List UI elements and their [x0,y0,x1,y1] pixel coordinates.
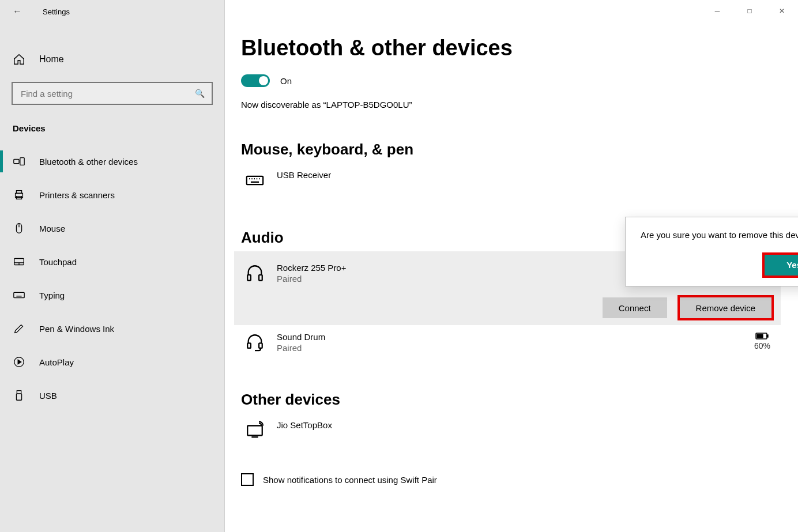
nav-typing[interactable]: Typing [0,278,224,312]
device-actions: Connect Remove device [234,290,781,325]
nav-bluetooth-devices[interactable]: Bluetooth & other devices [0,145,224,178]
svg-rect-28 [247,275,251,281]
device-name: Sound Drum [277,332,325,342]
nav-touchpad[interactable]: Touchpad [0,245,224,278]
nav-home[interactable]: Home [0,43,224,76]
search-icon: 🔍 [195,89,205,98]
nav-item-label: Pen & Windows Ink [39,324,114,334]
connect-button[interactable]: Connect [603,297,667,318]
swift-pair-label: Show notifications to connect using Swif… [263,475,437,485]
settopbox-icon [244,420,265,441]
svg-rect-29 [259,275,262,281]
nav-item-label: USB [39,391,57,401]
nav-usb[interactable]: USB [0,379,224,412]
swift-pair-checkbox[interactable] [241,473,254,486]
device-name: Rockerz 255 Pro+ [277,263,346,273]
remove-device-button[interactable]: Remove device [680,297,771,318]
page-title: Bluetooth & other devices [241,36,798,61]
nav-item-label: Touchpad [39,257,77,267]
swift-pair-row: Show notifications to connect using Swif… [241,473,798,486]
svg-marker-18 [18,360,21,364]
bluetooth-devices-icon [13,155,25,168]
device-usb-receiver[interactable]: USB Receiver [225,163,798,198]
home-icon [13,53,25,66]
section-other-title: Other devices [241,391,798,409]
popup-message: Are you sure you want to remove this dev… [641,229,798,242]
keyboard-device-icon [244,170,265,191]
svg-rect-10 [14,292,24,297]
nav-list: Bluetooth & other devices Printers & sca… [0,145,224,412]
close-button[interactable]: ✕ [766,0,798,22]
svg-rect-31 [259,343,262,348]
nav-item-label: Bluetooth & other devices [39,157,138,167]
device-battery: 60% [754,332,770,350]
search-input[interactable] [20,88,186,99]
section-mouse-title: Mouse, keyboard, & pen [241,141,798,159]
minimize-button[interactable]: ─ [701,0,733,22]
window-controls: ─ □ ✕ [701,0,798,22]
device-status: Paired [277,343,325,353]
titlebar: ← Settings [0,0,224,23]
battery-percent: 60% [754,341,770,350]
svg-rect-1 [20,158,24,165]
device-settopbox[interactable]: Jio SetTopBox [225,413,798,448]
nav-item-label: Printers & scanners [39,190,115,200]
nav-home-label: Home [39,54,64,65]
bluetooth-toggle-row: On [241,74,798,87]
nav-mouse[interactable]: Mouse [0,212,224,245]
autoplay-icon [13,356,25,368]
nav-pen-ink[interactable]: Pen & Windows Ink [0,312,224,345]
usb-icon [13,389,25,402]
maximize-button[interactable]: □ [733,0,766,22]
category-label: Devices [13,123,224,133]
svg-rect-19 [17,391,21,394]
svg-rect-34 [757,334,763,338]
device-name: USB Receiver [277,170,331,180]
back-arrow-icon[interactable]: ← [13,6,22,17]
discoverable-text: Now discoverable as “LAPTOP-B5DGO0LU” [241,100,798,110]
svg-rect-35 [247,426,262,436]
device-sound-drum[interactable]: Sound Drum Paired 60% [234,325,781,360]
content-area: ─ □ ✕ Bluetooth & other devices On Now d… [225,0,798,532]
keyboard-icon [13,289,25,301]
search-box[interactable]: 🔍 [12,82,213,105]
device-name: Jio SetTopBox [277,420,332,430]
svg-rect-30 [247,343,251,348]
touchpad-icon [13,255,25,268]
headphones-icon [244,263,265,284]
nav-item-label: Typing [39,290,65,300]
remove-confirm-popup: Are you sure you want to remove this dev… [625,217,798,286]
svg-rect-33 [767,335,768,337]
nav-printers-scanners[interactable]: Printers & scanners [0,178,224,212]
pen-icon [13,322,25,335]
window-title: Settings [43,7,70,16]
svg-rect-20 [16,394,21,400]
toggle-state-label: On [280,76,292,86]
svg-rect-21 [247,176,263,184]
nav-item-label: AutoPlay [39,357,74,367]
sidebar: ← Settings Home 🔍 Devices Bluetooth & ot… [0,0,225,532]
device-status: Paired [277,274,346,284]
bluetooth-toggle[interactable] [241,74,270,87]
popup-yes-button[interactable]: Yes [765,255,798,276]
nav-autoplay[interactable]: AutoPlay [0,345,224,379]
headset-icon [244,332,265,353]
svg-rect-0 [14,159,19,163]
nav-item-label: Mouse [39,224,65,233]
svg-rect-3 [16,191,21,194]
printer-icon [13,188,25,201]
mouse-icon [13,222,25,235]
